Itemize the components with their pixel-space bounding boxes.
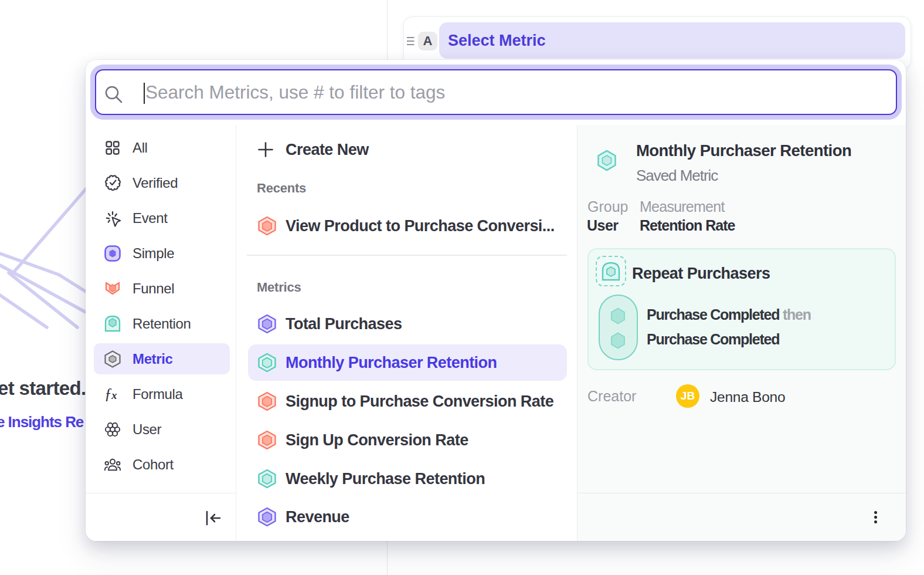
svg-text:ƒ: ƒ [104, 385, 112, 402]
svg-text:x: x [111, 389, 117, 401]
